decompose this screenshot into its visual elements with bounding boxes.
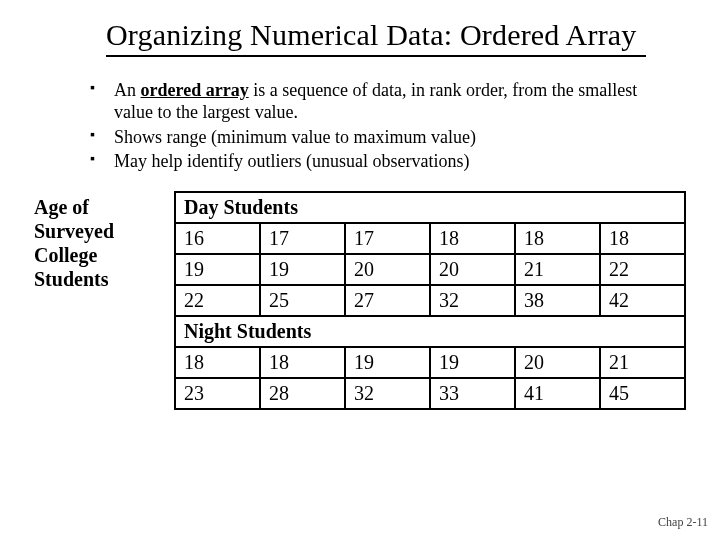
bullet-item: An ordered array is a sequence of data, …: [90, 79, 666, 124]
table-row: 16 17 17 18 18 18: [175, 223, 685, 254]
title-block: Organizing Numerical Data: Ordered Array: [34, 18, 686, 57]
table-cell: 18: [175, 347, 260, 378]
table-cell: 20: [515, 347, 600, 378]
table-cell: 18: [260, 347, 345, 378]
table-row: 19 19 20 20 21 22: [175, 254, 685, 285]
table-row: 23 28 32 33 41 45: [175, 378, 685, 409]
table-wrap: Day Students 16 17 17 18 18 18 19 19 20 …: [174, 191, 686, 410]
table-cell: 28: [260, 378, 345, 409]
slide-footer: Chap 2-11: [658, 515, 708, 530]
table-cell: 21: [600, 347, 685, 378]
page-title: Organizing Numerical Data: Ordered Array: [106, 18, 646, 53]
table-cell: 38: [515, 285, 600, 316]
table-cell: 16: [175, 223, 260, 254]
slide: Organizing Numerical Data: Ordered Array…: [0, 0, 720, 540]
table-cell: 17: [345, 223, 430, 254]
table-cell: 23: [175, 378, 260, 409]
table-cell: 19: [430, 347, 515, 378]
bullet-text: May help identify outliers (unusual obse…: [114, 151, 469, 171]
bullet-text: Shows range (minimum value to maximum va…: [114, 127, 476, 147]
table-cell: 32: [345, 378, 430, 409]
content-row: Age of Surveyed College Students Day Stu…: [34, 191, 686, 410]
bullet-item: Shows range (minimum value to maximum va…: [90, 126, 666, 149]
table-cell: 18: [600, 223, 685, 254]
table-cell: 32: [430, 285, 515, 316]
data-table: Day Students 16 17 17 18 18 18 19 19 20 …: [174, 191, 686, 410]
table-cell: 33: [430, 378, 515, 409]
table-cell: 42: [600, 285, 685, 316]
table-cell: 22: [600, 254, 685, 285]
table-cell: 18: [430, 223, 515, 254]
table-cell: 27: [345, 285, 430, 316]
table-cell: 45: [600, 378, 685, 409]
table-cell: 21: [515, 254, 600, 285]
bullet-text-prefix: An: [114, 80, 141, 100]
table-cell: 22: [175, 285, 260, 316]
table-section-header-row: Day Students: [175, 192, 685, 223]
bullet-item: May help identify outliers (unusual obse…: [90, 150, 666, 173]
bullet-list: An ordered array is a sequence of data, …: [34, 79, 686, 173]
table-cell: 41: [515, 378, 600, 409]
table-section-header-row: Night Students: [175, 316, 685, 347]
table-cell: 19: [345, 347, 430, 378]
table-cell: 25: [260, 285, 345, 316]
bullet-term: ordered array: [141, 80, 249, 100]
table-caption: Age of Surveyed College Students: [34, 191, 174, 410]
table-cell: 17: [260, 223, 345, 254]
table-cell: 20: [345, 254, 430, 285]
table-section-header: Night Students: [175, 316, 685, 347]
table-cell: 19: [260, 254, 345, 285]
table-cell: 20: [430, 254, 515, 285]
table-row: 22 25 27 32 38 42: [175, 285, 685, 316]
table-row: 18 18 19 19 20 21: [175, 347, 685, 378]
table-cell: 18: [515, 223, 600, 254]
table-cell: 19: [175, 254, 260, 285]
title-underline: [106, 55, 646, 57]
table-section-header: Day Students: [175, 192, 685, 223]
